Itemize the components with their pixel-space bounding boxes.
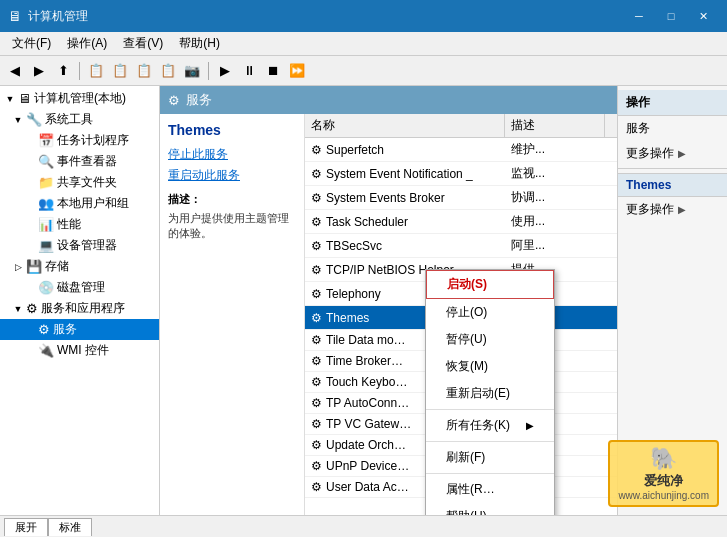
toolbar-btn3[interactable]: 📋 [133, 60, 155, 82]
toolbar-btn5[interactable]: 📷 [181, 60, 203, 82]
ctx-sep2 [426, 441, 554, 442]
right-action-more2-label: 更多操作 [626, 201, 674, 218]
menu-help[interactable]: 帮助(H) [171, 33, 228, 54]
service-name: ⚙System Event Notification _ [305, 164, 505, 184]
toggle-wmi [24, 345, 36, 357]
col-header-name[interactable]: 名称 [305, 114, 505, 137]
service-body: Themes 停止此服务 重启动此服务 描述： 为用户提供使用主题管理的体验。 … [160, 114, 617, 515]
tree-item-scheduler[interactable]: 📅 任务计划程序 [0, 130, 159, 151]
service-desc: 维护... [505, 138, 605, 161]
restart-service-link[interactable]: 重启动此服务 [168, 167, 296, 184]
toolbar-forward[interactable]: ▶ [28, 60, 50, 82]
ctx-properties[interactable]: 属性(R… [426, 476, 554, 503]
statusbar: 展开 标准 [0, 515, 727, 537]
tree-panel: ▼ 🖥 计算机管理(本地) ▼ 🔧 系统工具 📅 任务计划程序 🔍 事件查看器 … [0, 86, 160, 515]
toolbar-btn4[interactable]: 📋 [157, 60, 179, 82]
ctx-refresh[interactable]: 刷新(F) [426, 444, 554, 471]
services-icon: ⚙ [38, 322, 50, 337]
statusbar-tab-expand[interactable]: 展开 [4, 518, 48, 536]
system-tools-icon: 🔧 [26, 112, 42, 127]
toolbar-stop[interactable]: ⏹ [262, 60, 284, 82]
toggle-event [24, 156, 36, 168]
titlebar-title: 计算机管理 [28, 8, 623, 25]
toolbar-btn2[interactable]: 📋 [109, 60, 131, 82]
scheduler-icon: 📅 [38, 133, 54, 148]
users-groups-icon: 👥 [38, 196, 54, 211]
ctx-help[interactable]: 帮助(H) [426, 503, 554, 515]
minimize-button[interactable]: ─ [623, 0, 655, 32]
tree-storage-label: 存储 [45, 258, 69, 275]
tree-item-disk-mgmt[interactable]: 💿 磁盘管理 [0, 277, 159, 298]
toggle-services [24, 324, 36, 336]
toggle-services-apps: ▼ [12, 303, 24, 315]
service-row[interactable]: ⚙System Events Broker 协调... [305, 186, 617, 210]
services-header: ⚙ 服务 [160, 86, 617, 114]
ctx-all-tasks[interactable]: 所有任务(K) ▶ [426, 412, 554, 439]
service-row[interactable]: ⚙System Event Notification _ 监视... [305, 162, 617, 186]
right-action-more1[interactable]: 更多操作 ▶ [618, 141, 727, 166]
tree-root-toggle: ▼ [4, 93, 16, 105]
services-apps-icon: ⚙ [26, 301, 38, 316]
service-name: ⚙Task Scheduler [305, 212, 505, 232]
toolbar-pause[interactable]: ⏸ [238, 60, 260, 82]
window-controls: ─ □ ✕ [623, 0, 719, 32]
statusbar-tab-standard[interactable]: 标准 [48, 518, 92, 536]
service-name: ⚙System Events Broker [305, 188, 505, 208]
toolbar-next[interactable]: ⏩ [286, 60, 308, 82]
menu-view[interactable]: 查看(V) [115, 33, 171, 54]
watermark-text: 爱纯净 [618, 472, 709, 490]
toggle-perf [24, 219, 36, 231]
tree-item-wmi[interactable]: 🔌 WMI 控件 [0, 340, 159, 361]
menu-action[interactable]: 操作(A) [59, 33, 115, 54]
tree-device-manager-label: 设备管理器 [57, 237, 117, 254]
tree-item-shared-folders[interactable]: 📁 共享文件夹 [0, 172, 159, 193]
toolbar-sep2 [208, 62, 209, 80]
ctx-start[interactable]: 启动(S) [426, 270, 554, 299]
toolbar-play[interactable]: ▶ [214, 60, 236, 82]
toggle-storage: ▷ [12, 261, 24, 273]
tree-item-services[interactable]: ⚙ 服务 [0, 319, 159, 340]
service-row[interactable]: ⚙TBSecSvc 阿里... [305, 234, 617, 258]
right-action-more2[interactable]: 更多操作 ▶ [618, 197, 727, 222]
tree-item-performance[interactable]: 📊 性能 [0, 214, 159, 235]
close-button[interactable]: ✕ [687, 0, 719, 32]
menubar: 文件(F) 操作(A) 查看(V) 帮助(H) [0, 32, 727, 56]
maximize-button[interactable]: □ [655, 0, 687, 32]
right-action-services[interactable]: 服务 [618, 116, 727, 141]
ctx-restart[interactable]: 重新启动(E) [426, 380, 554, 407]
toggle-users [24, 198, 36, 210]
ctx-stop[interactable]: 停止(O) [426, 299, 554, 326]
wmi-icon: 🔌 [38, 343, 54, 358]
tree-item-services-apps[interactable]: ▼ ⚙ 服务和应用程序 [0, 298, 159, 319]
event-viewer-icon: 🔍 [38, 154, 54, 169]
service-row[interactable]: ⚙Superfetch 维护... [305, 138, 617, 162]
menu-file[interactable]: 文件(F) [4, 33, 59, 54]
ctx-pause[interactable]: 暂停(U) [426, 326, 554, 353]
tree-item-event-viewer[interactable]: 🔍 事件查看器 [0, 151, 159, 172]
tree-users-groups-label: 本地用户和组 [57, 195, 129, 212]
tree-item-storage[interactable]: ▷ 💾 存储 [0, 256, 159, 277]
toolbar-up[interactable]: ⬆ [52, 60, 74, 82]
watermark: 🐘 爱纯净 www.aichunjing.com [608, 440, 719, 507]
service-name: ⚙TBSecSvc [305, 236, 505, 256]
toolbar-back[interactable]: ◀ [4, 60, 26, 82]
tree-root[interactable]: ▼ 🖥 计算机管理(本地) [0, 88, 159, 109]
tree-scheduler-label: 任务计划程序 [57, 132, 129, 149]
right-arrow1: ▶ [678, 148, 686, 159]
right-divider1 [618, 168, 727, 169]
toggle-shared [24, 177, 36, 189]
right-arrow2: ▶ [678, 204, 686, 215]
stop-service-link[interactable]: 停止此服务 [168, 146, 296, 163]
context-menu: 启动(S) 停止(O) 暂停(U) 恢复(M) 重新启动(E) [425, 269, 555, 515]
ctx-sep3 [426, 473, 554, 474]
ctx-resume[interactable]: 恢复(M) [426, 353, 554, 380]
tree-item-device-manager[interactable]: 💻 设备管理器 [0, 235, 159, 256]
tree-system-tools-label: 系统工具 [45, 111, 93, 128]
tree-event-viewer-label: 事件查看器 [57, 153, 117, 170]
toolbar-btn1[interactable]: 📋 [85, 60, 107, 82]
tree-item-system-tools[interactable]: ▼ 🔧 系统工具 [0, 109, 159, 130]
service-row[interactable]: ⚙Task Scheduler 使用... [305, 210, 617, 234]
tree-root-icon: 🖥 [18, 91, 31, 106]
col-header-desc[interactable]: 描述 [505, 114, 605, 137]
tree-item-users-groups[interactable]: 👥 本地用户和组 [0, 193, 159, 214]
